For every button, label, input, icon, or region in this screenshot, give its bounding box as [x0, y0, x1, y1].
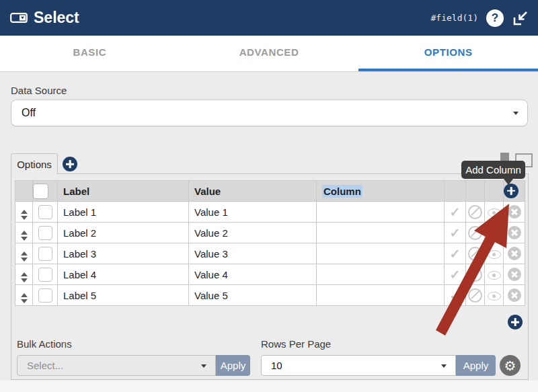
eye-icon[interactable]: [488, 292, 501, 301]
row-checkbox[interactable]: [38, 288, 52, 303]
collapse-icon[interactable]: [512, 9, 530, 27]
dialog-header: Select #field(1) ?: [0, 0, 538, 36]
default-check-icon[interactable]: ✓: [450, 226, 461, 240]
drag-handle-icon[interactable]: [21, 272, 28, 282]
delete-x-icon[interactable]: [508, 226, 521, 239]
table-row: Label 3 Value 3 ✓: [15, 243, 525, 264]
rows-apply-button[interactable]: Apply: [456, 355, 496, 376]
options-subtab[interactable]: Options: [11, 153, 58, 174]
settings-tabs: BASIC ADVANCED OPTIONS: [0, 36, 538, 72]
ban-icon[interactable]: [468, 226, 482, 240]
field-settings-dialog: Select #field(1) ? BASIC ADVANCED OPTION…: [0, 0, 538, 392]
bulk-actions-value: Select...: [27, 360, 63, 371]
option-column[interactable]: [317, 202, 445, 223]
rows-per-page-value: 10: [271, 360, 282, 371]
option-value[interactable]: Value 5: [189, 285, 317, 306]
label-column-header[interactable]: Label: [58, 181, 189, 202]
data-source-select[interactable]: Off: [11, 100, 528, 126]
settings-gear-button[interactable]: ⚙: [500, 355, 521, 376]
select-field-icon: [10, 13, 28, 23]
option-value[interactable]: Value 2: [189, 223, 317, 243]
column-header-highlight: Column: [322, 185, 362, 198]
drag-handle-icon[interactable]: [21, 231, 28, 241]
add-row-button[interactable]: [508, 315, 523, 329]
option-label[interactable]: Label 4: [58, 264, 189, 285]
option-label[interactable]: Label 2: [58, 223, 189, 243]
bulk-apply-button[interactable]: Apply: [216, 355, 250, 376]
default-check-icon[interactable]: ✓: [450, 288, 461, 303]
row-checkbox[interactable]: [38, 226, 52, 240]
default-check-icon[interactable]: ✓: [450, 268, 461, 282]
row-checkbox[interactable]: [38, 205, 52, 219]
data-source-label: Data Source: [11, 85, 67, 96]
ban-icon[interactable]: [468, 288, 482, 303]
option-value[interactable]: Value 4: [189, 264, 317, 285]
rows-per-page-label: Rows Per Page: [261, 338, 331, 350]
drag-handle-icon[interactable]: [21, 293, 28, 303]
option-column[interactable]: [317, 264, 445, 285]
table-row: Label 5 Value 5 ✓: [15, 285, 525, 306]
option-column[interactable]: [317, 285, 445, 306]
tab-options[interactable]: OPTIONS: [358, 36, 538, 71]
option-label[interactable]: Label 3: [58, 243, 189, 264]
tab-advanced[interactable]: ADVANCED: [180, 36, 359, 71]
select-all-cell: [33, 181, 58, 202]
options-table: Label Value Column Label 1 Value 1 ✓ Lab…: [15, 180, 525, 306]
row-checkbox[interactable]: [38, 268, 52, 282]
select-all-checkbox[interactable]: [33, 184, 48, 199]
tab-basic[interactable]: BASIC: [0, 36, 180, 71]
default-check-icon[interactable]: ✓: [450, 205, 461, 219]
option-value[interactable]: Value 3: [189, 243, 317, 264]
page-background-strip: [0, 381, 538, 392]
ban-icon[interactable]: [468, 205, 482, 219]
eye-icon[interactable]: [488, 208, 501, 217]
option-label[interactable]: Label 5: [58, 285, 189, 306]
chevron-down-icon: [201, 364, 206, 368]
value-column-header[interactable]: Value: [189, 181, 317, 202]
table-row: Label 2 Value 2 ✓: [15, 223, 525, 243]
field-shortcode: #field(1): [431, 13, 478, 23]
row-checkbox[interactable]: [38, 247, 52, 261]
table-row: Label 4 Value 4 ✓: [15, 264, 525, 285]
option-label[interactable]: Label 1: [58, 202, 189, 223]
dialog-title: Select: [34, 9, 79, 27]
rows-per-page-select[interactable]: 10: [261, 355, 456, 376]
add-column-button[interactable]: [504, 184, 518, 198]
chevron-down-icon: [513, 112, 518, 115]
delete-x-icon[interactable]: [508, 247, 521, 260]
table-header-row: Label Value Column: [15, 181, 525, 202]
ban-icon[interactable]: [468, 247, 482, 261]
column-column-header[interactable]: Column: [317, 181, 445, 202]
table-row: Label 1 Value 1 ✓: [15, 202, 525, 223]
default-check-icon[interactable]: ✓: [450, 247, 461, 261]
drag-handle-icon[interactable]: [21, 210, 28, 220]
add-option-list-button[interactable]: [63, 157, 77, 171]
drag-handle-icon[interactable]: [21, 251, 28, 262]
add-column-tooltip: Add Column: [461, 161, 525, 179]
option-value[interactable]: Value 1: [189, 202, 317, 223]
ban-icon[interactable]: [468, 268, 482, 282]
delete-x-icon[interactable]: [508, 288, 521, 302]
help-icon[interactable]: ?: [486, 9, 504, 27]
eye-icon[interactable]: [488, 229, 501, 238]
data-source-value: Off: [22, 107, 36, 119]
option-column[interactable]: [317, 223, 445, 243]
eye-icon[interactable]: [488, 271, 501, 280]
option-column[interactable]: [317, 243, 445, 264]
eye-icon[interactable]: [488, 250, 501, 259]
bulk-actions-select[interactable]: Select...: [17, 355, 216, 376]
drag-header-cell: [15, 181, 33, 202]
bulk-actions-label: Bulk Actions: [17, 338, 72, 350]
delete-x-icon[interactable]: [508, 268, 521, 281]
delete-x-icon[interactable]: [508, 205, 521, 219]
chevron-down-icon: [441, 364, 447, 368]
